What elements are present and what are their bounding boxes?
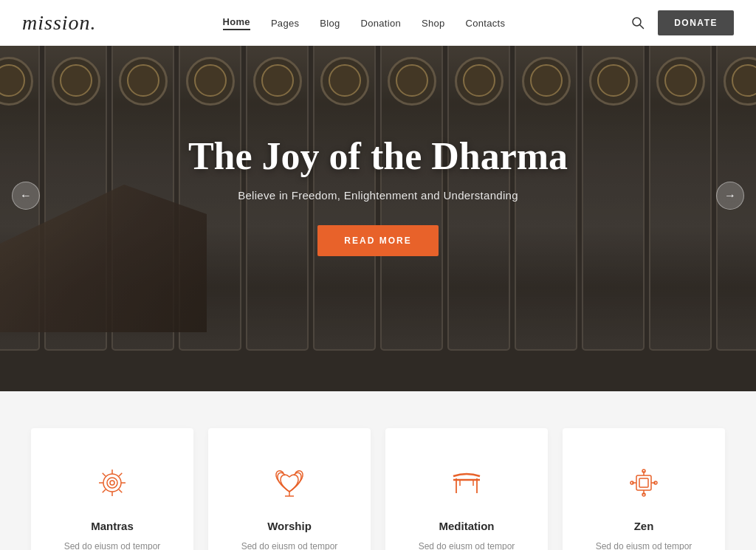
mantras-title: Mantras (53, 520, 171, 532)
svg-point-4 (110, 481, 114, 485)
read-more-button[interactable]: READ MORE (317, 225, 438, 256)
zen-desc: Sed do eiusm od tempor (585, 540, 703, 550)
main-nav: Home Pages Blog Donation Shop Contacts (223, 16, 506, 30)
features-section: Mantras Sed do eiusm od tempor ... Worsh… (0, 391, 756, 550)
search-icon (631, 16, 645, 30)
nav-pages[interactable]: Pages (271, 18, 299, 29)
nav-blog[interactable]: Blog (320, 18, 340, 29)
meditation-desc: Sed do eiusm od tempor (408, 540, 526, 550)
hero-next-button[interactable]: → (716, 182, 744, 210)
svg-point-3 (107, 478, 117, 488)
header-actions: DONATE (631, 10, 734, 35)
nav-home[interactable]: Home (223, 16, 250, 30)
svg-line-9 (103, 473, 106, 476)
svg-point-0 (633, 18, 641, 26)
zen-icon (622, 461, 666, 505)
header: mission Home Pages Blog Donation Shop Co… (0, 0, 756, 46)
svg-point-2 (103, 474, 121, 492)
worship-desc: Sed do eiusm od tempor (230, 540, 348, 550)
feature-card-worship: Worship Sed do eiusm od tempor ... (208, 428, 371, 550)
hero-subtitle: Believe in Freedom, Enlightenment and Un… (188, 189, 568, 202)
logo[interactable]: mission (22, 11, 97, 35)
meditation-title: Meditation (408, 520, 526, 532)
feature-card-mantras: Mantras Sed do eiusm od tempor ... (31, 428, 193, 550)
hero-title: The Joy of the Dharma (188, 135, 568, 177)
nav-contacts[interactable]: Contacts (466, 18, 506, 29)
svg-rect-20 (636, 475, 651, 490)
hero-content: The Joy of the Dharma Believe in Freedom… (159, 135, 597, 256)
svg-line-10 (119, 489, 122, 492)
donate-button[interactable]: DONATE (658, 10, 734, 35)
feature-card-meditation: Meditation Sed do eiusm od tempor ... (385, 428, 548, 550)
nav-shop[interactable]: Shop (422, 18, 445, 29)
zen-title: Zen (585, 520, 703, 532)
svg-line-1 (640, 25, 644, 29)
svg-rect-21 (639, 478, 648, 487)
meditation-icon (444, 461, 489, 505)
hero-section: ← The Joy of the Dharma Believe in Freed… (0, 0, 756, 391)
worship-title: Worship (230, 520, 348, 532)
mantras-icon (90, 461, 134, 505)
search-button[interactable] (631, 16, 645, 30)
feature-card-zen: Zen Sed do eiusm od tempor ... (563, 428, 725, 550)
nav-donation[interactable]: Donation (361, 18, 401, 29)
svg-line-12 (103, 489, 106, 492)
hero-prev-button[interactable]: ← (12, 182, 40, 210)
mantras-desc: Sed do eiusm od tempor (53, 540, 171, 550)
svg-line-11 (119, 473, 122, 476)
worship-icon (267, 461, 312, 505)
